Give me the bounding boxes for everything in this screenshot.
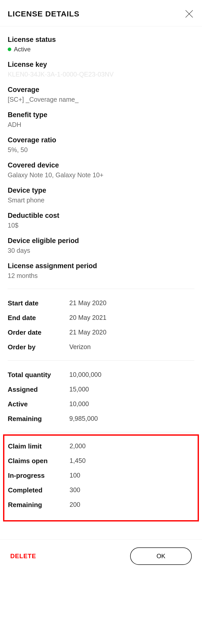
remaining-quantity-label: Remaining <box>8 415 69 423</box>
page-title: LICENSE DETAILS <box>8 10 79 18</box>
assignment-period-value: 12 months <box>8 272 194 279</box>
covered-device-label: Covered device <box>8 161 194 169</box>
remaining-claims-label: Remaining <box>8 501 70 509</box>
device-type-value: Smart phone <box>8 197 194 204</box>
claim-limit-value: 2,000 <box>70 442 86 450</box>
assignment-period-field: License assignment period 12 months <box>8 262 194 279</box>
completed-label: Completed <box>8 486 70 494</box>
divider <box>8 289 194 289</box>
license-key-label: License key <box>8 61 194 69</box>
status-text: Active <box>14 46 31 53</box>
close-icon <box>184 9 194 19</box>
remaining-claims-value: 200 <box>70 501 80 509</box>
benefit-type-value: ADH <box>8 121 194 128</box>
order-date-label: Order date <box>8 329 69 337</box>
active-label: Active <box>8 400 69 408</box>
claims-open-value: 1,450 <box>70 457 86 465</box>
order-by-row: Order by Verizon <box>8 343 194 351</box>
content: License status Active License key KLEN0-… <box>0 26 202 534</box>
claims-open-label: Claims open <box>8 457 70 465</box>
in-progress-value: 100 <box>70 472 80 480</box>
covered-device-value: Galaxy Note 10, Galaxy Note 10+ <box>8 171 194 179</box>
coverage-ratio-value: 5%, 50 <box>8 146 194 154</box>
close-button[interactable] <box>184 9 194 19</box>
eligible-period-label: Device eligible period <box>8 237 194 245</box>
delete-button[interactable]: DELETE <box>10 553 36 560</box>
license-key-value: KLEN0-34JK-3A-1-0000-QE23-03NV <box>8 71 194 78</box>
device-type-label: Device type <box>8 186 194 194</box>
quantities-section: Total quantity 10,000,000 Assigned 15,00… <box>8 371 194 423</box>
end-date-value: 20 May 2021 <box>69 314 107 322</box>
start-date-value: 21 May 2020 <box>69 299 107 307</box>
completed-value: 300 <box>70 486 80 494</box>
in-progress-row: In-progress 100 <box>8 472 194 480</box>
eligible-period-value: 30 days <box>8 247 194 254</box>
license-key-field: License key KLEN0-34JK-3A-1-0000-QE23-03… <box>8 61 194 78</box>
license-status-label: License status <box>8 36 194 44</box>
benefit-type-field: Benefit type ADH <box>8 111 194 128</box>
claim-limit-row: Claim limit 2,000 <box>8 442 194 450</box>
coverage-ratio-field: Coverage ratio 5%, 50 <box>8 136 194 154</box>
divider <box>8 360 194 361</box>
coverage-value: [SC+] _Coverage name_ <box>8 96 194 103</box>
deductible-cost-label: Deductible cost <box>8 212 194 220</box>
assigned-value: 15,000 <box>69 386 89 394</box>
order-by-value: Verizon <box>69 343 91 351</box>
ok-button[interactable]: OK <box>130 547 192 565</box>
order-date-value: 21 May 2020 <box>69 329 107 337</box>
coverage-ratio-label: Coverage ratio <box>8 136 194 144</box>
device-type-field: Device type Smart phone <box>8 186 194 204</box>
assigned-label: Assigned <box>8 386 69 394</box>
divider <box>8 432 194 432</box>
license-status: Active <box>8 46 194 53</box>
claims-section: Claim limit 2,000 Claims open 1,450 In-p… <box>3 434 199 521</box>
start-date-row: Start date 21 May 2020 <box>8 299 194 307</box>
remaining-quantity-value: 9,985,000 <box>69 415 98 423</box>
active-value: 10,000 <box>69 400 89 408</box>
active-row: Active 10,000 <box>8 400 194 408</box>
end-date-row: End date 20 May 2021 <box>8 314 194 322</box>
footer: DELETE OK <box>0 539 202 575</box>
remaining-quantity-row: Remaining 9,985,000 <box>8 415 194 423</box>
assignment-period-label: License assignment period <box>8 262 194 270</box>
total-quantity-value: 10,000,000 <box>69 371 101 379</box>
claim-limit-label: Claim limit <box>8 442 70 450</box>
in-progress-label: In-progress <box>8 472 70 480</box>
coverage-field: Coverage [SC+] _Coverage name_ <box>8 86 194 103</box>
deductible-cost-value: 10$ <box>8 222 194 229</box>
total-quantity-label: Total quantity <box>8 371 69 379</box>
completed-row: Completed 300 <box>8 486 194 494</box>
status-dot-icon <box>8 48 11 51</box>
total-quantity-row: Total quantity 10,000,000 <box>8 371 194 379</box>
benefit-type-label: Benefit type <box>8 111 194 119</box>
order-date-row: Order date 21 May 2020 <box>8 329 194 337</box>
start-date-label: Start date <box>8 299 69 307</box>
dates-section: Start date 21 May 2020 End date 20 May 2… <box>8 299 194 351</box>
deductible-cost-field: Deductible cost 10$ <box>8 212 194 229</box>
order-by-label: Order by <box>8 343 69 351</box>
covered-device-field: Covered device Galaxy Note 10, Galaxy No… <box>8 161 194 179</box>
coverage-label: Coverage <box>8 86 194 94</box>
end-date-label: End date <box>8 314 69 322</box>
eligible-period-field: Device eligible period 30 days <box>8 237 194 254</box>
remaining-claims-row: Remaining 200 <box>8 501 194 509</box>
assigned-row: Assigned 15,000 <box>8 386 194 394</box>
header: LICENSE DETAILS <box>0 0 202 26</box>
claims-open-row: Claims open 1,450 <box>8 457 194 465</box>
